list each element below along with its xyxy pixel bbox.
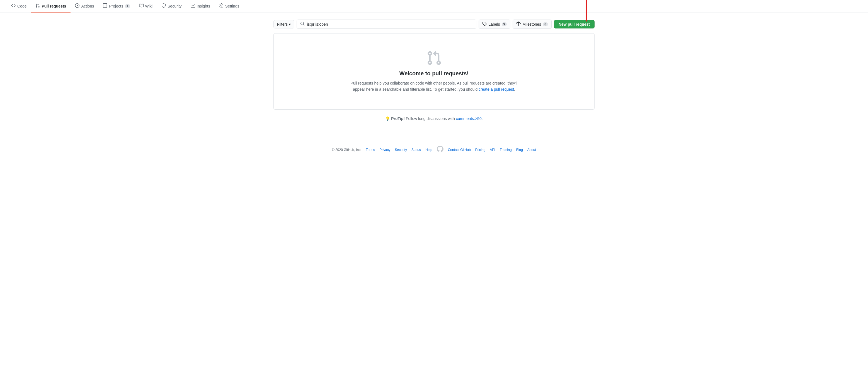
filters-chevron-icon: ▾ [289,22,291,27]
milestones-label: Milestones [522,22,541,27]
projects-icon [103,3,107,9]
footer-help[interactable]: Help [425,148,432,152]
footer-copyright: © 2020 GitHub, Inc. [332,148,362,152]
nav-item-insights[interactable]: Insights [186,0,215,12]
footer-status[interactable]: Status [411,148,421,152]
footer-pricing[interactable]: Pricing [475,148,486,152]
insights-icon [191,3,195,9]
nav-item-wiki-label: Wiki [145,4,152,8]
search-icon [300,22,305,27]
protip-label: ProTip! [391,116,405,121]
nav-item-pull-requests[interactable]: Pull requests [31,0,70,12]
filter-bar: Filters ▾ Labels 9 Milestones 0 [274,20,594,29]
footer-training[interactable]: Training [500,148,512,152]
main-content: Filters ▾ Labels 9 Milestones 0 [267,13,601,139]
nav-item-settings[interactable]: Settings [215,0,244,12]
footer-contact-github[interactable]: Contact GitHub [448,148,471,152]
create-pr-link[interactable]: create a pull request [478,87,514,91]
protip-suffix: . [482,116,483,121]
site-footer: © 2020 GitHub, Inc. Terms Privacy Securi… [0,139,868,161]
labels-label: Labels [488,22,500,27]
filters-label: Filters [277,22,288,27]
footer-security[interactable]: Security [395,148,407,152]
nav-item-security-label: Security [167,4,182,8]
empty-state-title: Welcome to pull requests! [280,70,588,77]
labels-button[interactable]: Labels 9 [478,20,510,29]
pr-empty-state: Welcome to pull requests! Pull requests … [274,33,594,110]
security-icon [161,3,166,9]
nav-item-actions-label: Actions [81,4,94,8]
nav-item-insights-label: Insights [197,4,210,8]
settings-icon [219,3,223,9]
nav-item-settings-label: Settings [225,4,240,8]
search-box [297,20,476,29]
nav-item-code-label: Code [17,4,27,8]
label-tag-icon [482,22,487,27]
nav-item-actions[interactable]: Actions [70,0,98,12]
milestones-button[interactable]: Milestones 0 [513,20,552,29]
pr-nav-icon [35,3,40,9]
nav-item-pr-label: Pull requests [41,4,66,8]
footer-about[interactable]: About [527,148,536,152]
milestones-count: 0 [543,22,548,26]
repo-nav: Code Pull requests Actions Projects 1 Wi… [0,0,868,13]
footer-terms[interactable]: Terms [366,148,375,152]
milestone-icon [516,22,521,27]
comments-link[interactable]: comments:>50 [456,116,482,121]
protip-text: Follow long discussions with [405,116,456,121]
lightbulb-icon: 💡 [385,116,390,121]
pr-empty-icon [426,50,442,66]
footer-api[interactable]: API [490,148,495,152]
empty-state-description: Pull requests help you collaborate on co… [350,80,518,93]
nav-item-projects[interactable]: Projects 1 [98,0,134,12]
github-logo [437,146,443,154]
code-icon [11,3,16,9]
footer-blog[interactable]: Blog [516,148,523,152]
new-pr-area: New pull request [554,20,594,28]
footer-divider [274,132,594,132]
nav-item-security[interactable]: Security [157,0,186,12]
projects-badge: 1 [125,4,130,8]
new-pull-request-button[interactable]: New pull request [554,20,594,28]
nav-item-projects-label: Projects [109,4,123,8]
protip-section: 💡 ProTip! Follow long discussions with c… [274,116,594,121]
wiki-icon [139,3,144,9]
actions-icon [75,3,80,9]
footer-privacy[interactable]: Privacy [379,148,390,152]
search-input[interactable] [307,22,473,27]
labels-count: 9 [502,22,507,26]
nav-item-code[interactable]: Code [7,0,31,12]
filters-button[interactable]: Filters ▾ [274,20,294,28]
nav-item-wiki[interactable]: Wiki [135,0,157,12]
